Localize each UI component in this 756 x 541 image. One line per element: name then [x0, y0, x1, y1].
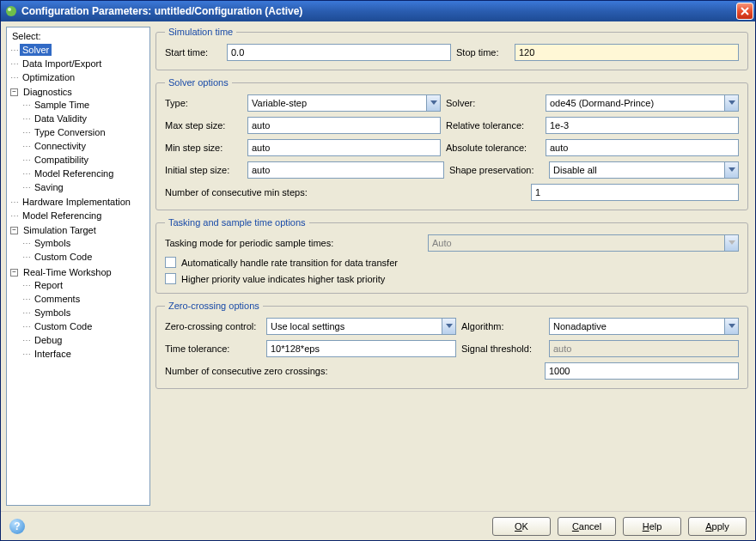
type-label: Type:: [165, 98, 242, 108]
collapse-toggle[interactable]: −: [10, 227, 18, 234]
tasking-mode-label: Tasking mode for periodic sample times:: [165, 238, 423, 248]
collapse-toggle[interactable]: −: [10, 88, 18, 96]
start-time-label: Start time:: [165, 47, 222, 58]
zero-crossing-group: Zero-crossing options Zero-crossing cont…: [155, 301, 748, 389]
solver-select[interactable]: ode45 (Dormand-Prince): [546, 94, 739, 112]
auto-rate-transition-checkbox[interactable]: [165, 257, 176, 268]
tree-item-sample-time[interactable]: ⋯Sample Time: [22, 99, 92, 111]
higher-priority-checkbox[interactable]: [165, 273, 176, 284]
tree-item-hardware-implementation[interactable]: ⋯Hardware Implementation: [10, 196, 133, 208]
min-step-input[interactable]: [247, 139, 441, 156]
tree-item-symbols[interactable]: ⋯Symbols: [22, 237, 73, 249]
num-min-steps-input[interactable]: [531, 184, 739, 201]
zc-control-select[interactable]: Use local settings: [266, 318, 456, 335]
time-tolerance-label: Time tolerance:: [165, 343, 261, 354]
help-button[interactable]: Help: [623, 517, 681, 536]
shape-preservation-select[interactable]: Disable all: [549, 161, 739, 179]
time-tolerance-input[interactable]: [266, 340, 456, 357]
svg-point-0: [6, 6, 16, 16]
simulation-time-group: Simulation time Start time: Stop time:: [155, 27, 748, 70]
signal-threshold-input[interactable]: [549, 340, 739, 357]
window-title: Configuration Parameters: untitled/Confi…: [21, 5, 736, 17]
tasking-legend: Tasking and sample time options: [165, 217, 309, 228]
higher-priority-label: Higher priority value indicates higher t…: [181, 274, 385, 284]
tree-item-type-conversion[interactable]: ⋯Type Conversion: [22, 126, 108, 138]
apply-button[interactable]: Apply: [688, 517, 747, 536]
abs-tol-label: Absolute tolerance:: [446, 143, 540, 153]
type-select[interactable]: Variable-step: [247, 94, 441, 112]
titlebar: Configuration Parameters: untitled/Confi…: [1, 1, 755, 21]
help-icon[interactable]: ?: [9, 519, 25, 534]
main-panel: Simulation time Start time: Stop time: S…: [155, 27, 750, 506]
tree-item-optimization[interactable]: ⋯Optimization: [10, 71, 77, 83]
init-step-input[interactable]: [247, 161, 444, 179]
num-zc-label: Number of consecutive zero crossings:: [165, 366, 540, 376]
stop-time-label: Stop time:: [456, 47, 509, 58]
chevron-down-icon: [426, 95, 440, 111]
content-area: Select: ⋯Solver ⋯Data Import/Export ⋯Opt…: [1, 21, 755, 511]
ok-button[interactable]: OK: [492, 517, 551, 536]
tree: ⋯Solver ⋯Data Import/Export ⋯Optimizatio…: [7, 43, 149, 362]
algorithm-select[interactable]: Nonadaptive: [549, 318, 739, 335]
tasking-mode-select[interactable]: Auto: [428, 234, 739, 252]
tree-panel: Select: ⋯Solver ⋯Data Import/Export ⋯Opt…: [6, 27, 150, 506]
svg-point-1: [8, 8, 11, 11]
max-step-label: Max step size:: [165, 120, 242, 131]
tree-item-debug[interactable]: ⋯Debug: [22, 334, 64, 346]
tree-item-saving[interactable]: ⋯Saving: [22, 181, 66, 193]
tree-item-comments[interactable]: ⋯Comments: [22, 293, 82, 305]
max-step-input[interactable]: [247, 117, 441, 134]
num-zc-input[interactable]: [545, 362, 739, 380]
tree-title: Select:: [7, 29, 149, 43]
rel-tol-input[interactable]: [546, 117, 739, 134]
tree-item-connectivity[interactable]: ⋯Connectivity: [22, 140, 88, 152]
abs-tol-input[interactable]: [546, 139, 739, 156]
solver-label: Solver:: [446, 98, 540, 108]
tree-item-data-validity[interactable]: ⋯Data Validity: [22, 112, 89, 125]
stop-time-input[interactable]: [515, 44, 739, 61]
algorithm-label: Algorithm:: [461, 321, 544, 331]
signal-threshold-label: Signal threshold:: [461, 343, 544, 354]
zero-crossing-legend: Zero-crossing options: [165, 301, 263, 311]
min-step-label: Min step size:: [165, 143, 242, 153]
tree-item-model-referencing[interactable]: ⋯Model Referencing: [10, 210, 104, 222]
tree-item-simulation-target[interactable]: −Simulation Target: [10, 224, 99, 236]
auto-rate-transition-label: Automatically handle rate transition for…: [181, 258, 398, 268]
chevron-down-icon: [724, 162, 738, 178]
tree-item-custom-code[interactable]: ⋯Custom Code: [22, 251, 94, 263]
start-time-input[interactable]: [227, 44, 451, 61]
footer: ? OK Cancel Help Apply: [1, 511, 755, 540]
solver-options-group: Solver options Type: Variable-step Solve…: [155, 77, 748, 210]
tree-item-model-referencing-sub[interactable]: ⋯Model Referencing: [22, 167, 116, 179]
cancel-button[interactable]: Cancel: [558, 517, 616, 536]
tree-item-compatibility[interactable]: ⋯Compatibility: [22, 154, 91, 166]
rel-tol-label: Relative tolerance:: [446, 120, 540, 131]
config-window: Configuration Parameters: untitled/Confi…: [0, 0, 756, 541]
tree-item-real-time-workshop[interactable]: −Real-Time Workshop: [10, 266, 114, 278]
tree-item-report[interactable]: ⋯Report: [22, 279, 65, 291]
chevron-down-icon: [724, 235, 738, 251]
close-button[interactable]: [736, 3, 753, 20]
collapse-toggle[interactable]: −: [10, 269, 18, 277]
num-min-steps-label: Number of consecutive min steps:: [165, 187, 526, 198]
simulation-time-legend: Simulation time: [165, 27, 236, 37]
tree-item-interface[interactable]: ⋯Interface: [22, 348, 74, 360]
chevron-down-icon: [724, 95, 738, 111]
tree-item-data-import-export[interactable]: ⋯Data Import/Export: [10, 58, 104, 70]
tasking-group: Tasking and sample time options Tasking …: [155, 217, 748, 294]
app-icon: [4, 4, 18, 18]
solver-options-legend: Solver options: [165, 77, 232, 88]
tree-item-diagnostics[interactable]: −Diagnostics: [10, 86, 75, 98]
init-step-label: Initial step size:: [165, 165, 242, 175]
chevron-down-icon: [724, 319, 738, 334]
shape-preservation-label: Shape preservation:: [449, 165, 544, 175]
tree-item-symbols2[interactable]: ⋯Symbols: [22, 307, 73, 319]
close-icon: [741, 7, 749, 15]
tree-item-solver[interactable]: ⋯Solver: [10, 44, 52, 56]
chevron-down-icon: [442, 319, 455, 334]
zc-control-label: Zero-crossing control:: [165, 321, 261, 331]
tree-item-custom-code2[interactable]: ⋯Custom Code: [22, 320, 94, 332]
